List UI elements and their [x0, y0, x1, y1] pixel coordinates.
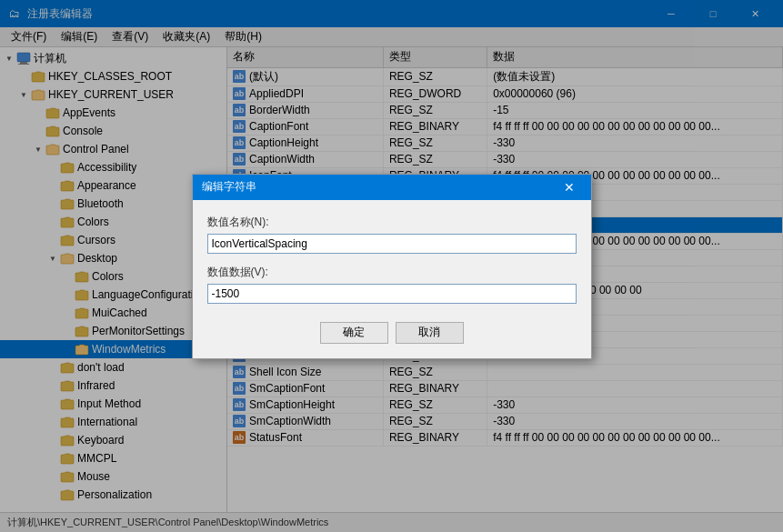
modal-buttons: 确定 取消 [207, 322, 577, 344]
modal-overlay: 编辑字符串 ✕ 数值名称(N): 数值数据(V): 确定 取消 [0, 0, 783, 532]
data-label: 数值数据(V): [207, 265, 577, 280]
modal-title: 编辑字符串 [202, 179, 557, 195]
data-input[interactable] [207, 284, 577, 304]
ok-button[interactable]: 确定 [320, 322, 388, 344]
name-label: 数值名称(N): [207, 215, 577, 230]
name-input[interactable] [207, 234, 577, 254]
cancel-button[interactable]: 取消 [396, 322, 464, 344]
modal-close-button[interactable]: ✕ [557, 175, 582, 200]
modal-body: 数值名称(N): 数值数据(V): 确定 取消 [193, 200, 591, 358]
modal-title-bar: 编辑字符串 ✕ [193, 175, 591, 200]
edit-string-dialog: 编辑字符串 ✕ 数值名称(N): 数值数据(V): 确定 取消 [192, 174, 592, 359]
